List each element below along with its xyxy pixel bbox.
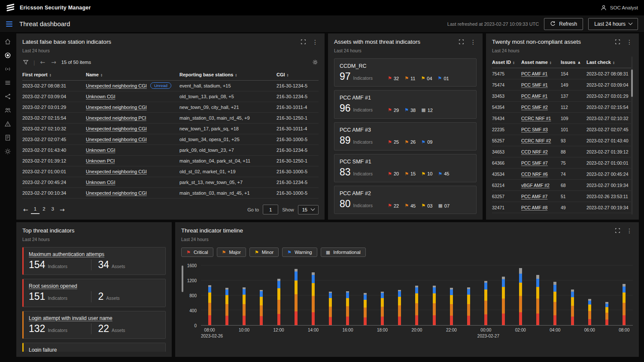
timeline-bar[interactable] (243, 265, 246, 325)
legend-minor[interactable]: ⚑Minor (249, 247, 279, 257)
legend-major[interactable]: ⚑Major (217, 247, 246, 257)
table-row[interactable]: 34653CCD NRF #2882023-02-27 01:39:12 (492, 146, 633, 157)
page-button[interactable]: 2 (39, 205, 48, 213)
indicator-name-link[interactable]: Unexpected neighboring CGI (86, 190, 147, 196)
sort-icon[interactable]: ▴▾ (550, 61, 551, 64)
threat-indicator-link[interactable]: Login failure (29, 347, 57, 352)
table-row[interactable]: 33453PCC AMF #11372023-02-27 03:01:29 (492, 90, 633, 102)
table-row[interactable]: 2023-02-27 02:15:54Unexpected neighborin… (22, 113, 319, 124)
column-header-reporting-base-stations[interactable]: Reporting base stations▴▾ (179, 69, 276, 81)
indicator-name-link[interactable]: Unknown CGI (86, 94, 115, 99)
sidebar-item-indicators-list[interactable] (1, 77, 15, 88)
expand-panel-icon[interactable] (458, 39, 465, 45)
filter-icon[interactable] (22, 59, 29, 66)
timeline-bar[interactable] (519, 265, 522, 325)
timeline-bar[interactable] (225, 265, 228, 325)
indicator-name-link[interactable]: Unknown CGI (86, 148, 115, 153)
indicator-name-link[interactable]: Unexpected neighboring CGI (86, 105, 147, 110)
table-settings-gear-icon[interactable] (312, 59, 319, 66)
sidebar-item-share[interactable] (1, 91, 15, 102)
asset-card[interactable]: CCDM_RC97Indicators⚑32⚑11⚑04⚑01 (334, 58, 477, 87)
asset-name-link[interactable]: PCC SMF #3 (521, 127, 548, 132)
threat-indicator-link[interactable]: Root session opened (29, 283, 77, 289)
asset-card[interactable]: PCC AMF #280Indicators⚑22⚑45⚑03■07 (334, 186, 477, 214)
table-row[interactable]: 55257CCRC NRF #2932023-02-27 01:43:40 (492, 135, 633, 146)
timeline-bar[interactable] (467, 265, 470, 325)
asset-name-link[interactable]: PCC AMF #8 (521, 205, 547, 210)
table-row[interactable]: 22235PCC SMF #31012023-02-27 02:07:45 (492, 124, 633, 135)
threat-indicator-card[interactable]: Root session opened151Indicators2Assets (22, 279, 166, 307)
goto-page-input[interactable] (263, 205, 278, 214)
column-header-last-check[interactable]: Last check▴▾ (586, 57, 633, 68)
indicator-name-link[interactable]: Unexpected neighboring CGI (86, 137, 147, 142)
asset-card[interactable]: PCC SMF #183Indicators⚑20⚑15⚑10⚑45 (334, 154, 477, 182)
expand-panel-icon[interactable] (614, 227, 621, 234)
asset-name-link[interactable]: PCC SMF #1 (521, 82, 548, 87)
asset-card[interactable]: PCC AMF #389Indicators⚑25⚑26⚑09 (334, 122, 477, 151)
threat-indicator-link[interactable]: Maximum authentication attemps (29, 251, 104, 257)
page-size-select[interactable]: 15 (298, 205, 319, 214)
timeline-bar[interactable] (364, 265, 367, 325)
table-row[interactable]: 2023-02-27 08:08:31Unexpected neighborin… (22, 81, 319, 91)
table-row[interactable]: 32471PCC AMF #8492023-02-27 00:19:34 (492, 202, 633, 213)
asset-name-link[interactable]: PCC AMF #7 (521, 194, 547, 199)
table-row[interactable]: 2023-02-27 01:43:40Unknown CGIpark_09, o… (22, 145, 319, 156)
refresh-button[interactable]: Refresh (544, 18, 583, 30)
chart-scrollbar-thumb[interactable] (182, 265, 183, 292)
timeline-bar[interactable] (398, 265, 401, 325)
timeline-bar[interactable] (381, 265, 384, 325)
sidebar-item-alerts[interactable] (1, 118, 15, 130)
timeline-bar[interactable] (415, 265, 418, 325)
sort-icon[interactable]: ▴▾ (287, 73, 289, 77)
timeline-bar[interactable] (329, 265, 332, 325)
next-items-button[interactable]: → (50, 59, 57, 66)
timeline-bar[interactable] (502, 265, 505, 325)
table-row[interactable]: 76434CCRC NRF #11092023-02-27 02:10:32 (492, 113, 633, 124)
timeline-bar[interactable] (571, 265, 574, 325)
asset-name-link[interactable]: PCC SMF #2 (521, 105, 548, 110)
indicator-name-link[interactable]: Unexpected neighboring PCI (86, 115, 146, 121)
table-row[interactable]: 2023-02-27 01:00:01Unexpected neighborin… (22, 166, 319, 177)
expand-panel-icon[interactable] (614, 39, 621, 45)
table-row[interactable]: 2023-02-27 01:39:12Unknown PCImain_stati… (22, 156, 319, 166)
threat-indicator-card[interactable]: Maximum authentication attemps154Indicat… (22, 247, 166, 275)
asset-name-link[interactable]: CCRC NRF #1 (521, 116, 551, 121)
legend-informational[interactable]: ■Informational (321, 247, 366, 257)
column-header-first-report[interactable]: First report▴▾ (22, 69, 86, 81)
timeline-bar[interactable] (623, 265, 626, 325)
table-row[interactable]: 75474PCC SMF #11492023-02-27 03:09:04 (492, 79, 633, 90)
threat-indicator-card[interactable]: Login attempt with invalid user name132I… (22, 311, 166, 339)
timeline-bar[interactable] (450, 265, 453, 325)
column-header-asset-id[interactable]: Asset ID▴▾ (492, 57, 521, 68)
indicator-name-link[interactable]: Unexpected neighboring CGI (86, 126, 147, 131)
sort-icon[interactable]: ▴▾ (50, 73, 51, 77)
asset-name-link[interactable]: PCC AMF #1 (521, 94, 547, 99)
sort-icon[interactable]: ▴▾ (235, 73, 237, 77)
sort-icon[interactable]: ▴▾ (513, 61, 514, 64)
timeline-bar[interactable] (553, 265, 556, 325)
asset-name-link[interactable]: CCRC NRF #2 (521, 138, 551, 143)
timeline-bar[interactable] (346, 265, 349, 325)
asset-card[interactable]: PCC AMF #196Indicators⚑29⚑38■12 (334, 90, 477, 118)
timeline-bar[interactable] (277, 265, 280, 325)
sort-icon[interactable]: ∧ (577, 60, 580, 65)
table-row[interactable]: 43534CCD NRF #6742023-02-27 00:45:24 (492, 169, 633, 180)
indicator-name-link[interactable]: Unexpected neighboring CGI (86, 169, 147, 174)
threat-indicator-card[interactable]: Login failure123Indicators13Assets (22, 343, 166, 352)
sidebar-item-users[interactable] (1, 105, 15, 116)
timeline-bar[interactable] (433, 265, 436, 325)
table-row[interactable]: 2023-02-27 00:10:34Unexpected neighborin… (22, 188, 319, 199)
table-row[interactable]: 2023-02-27 02:07:45Unexpected neighborin… (22, 134, 319, 145)
sidebar-item-live-signals[interactable] (1, 63, 15, 75)
page-button[interactable]: 1 (31, 205, 39, 214)
timeline-bar[interactable] (536, 265, 539, 325)
timeline-bar[interactable] (208, 265, 211, 325)
next-page-button[interactable]: → (59, 206, 66, 213)
timeline-bar[interactable] (588, 265, 591, 325)
sidebar-item-reports[interactable] (1, 132, 15, 143)
table-row[interactable]: 63214vBGF AMF #2682023-02-27 00:19:34 (492, 180, 633, 191)
table-row[interactable]: 75475PCC AMF #11542023-02-27 08:08:31 (492, 68, 633, 79)
timeline-bar[interactable] (484, 265, 487, 325)
column-header-asset-name[interactable]: Asset name▴▾ (521, 57, 561, 68)
vertical-scrollbar[interactable] (631, 57, 633, 214)
